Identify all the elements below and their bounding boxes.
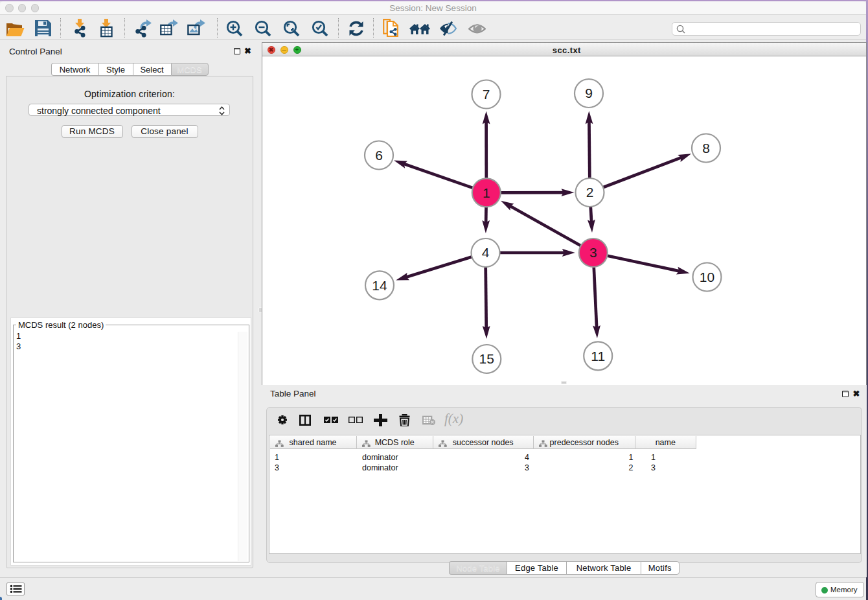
svg-text:14: 14 bbox=[372, 278, 387, 293]
svg-text:11: 11 bbox=[591, 349, 605, 363]
svg-text:10: 10 bbox=[699, 270, 714, 284]
svg-text:6: 6 bbox=[375, 148, 383, 163]
svg-text:9: 9 bbox=[585, 86, 593, 100]
svg-text:3: 3 bbox=[589, 245, 597, 260]
svg-text:7: 7 bbox=[482, 87, 490, 102]
svg-text:8: 8 bbox=[702, 141, 710, 156]
svg-text:4: 4 bbox=[481, 245, 489, 260]
svg-text:15: 15 bbox=[479, 351, 494, 366]
svg-text:2: 2 bbox=[586, 185, 593, 200]
svg-text:1: 1 bbox=[482, 185, 490, 200]
